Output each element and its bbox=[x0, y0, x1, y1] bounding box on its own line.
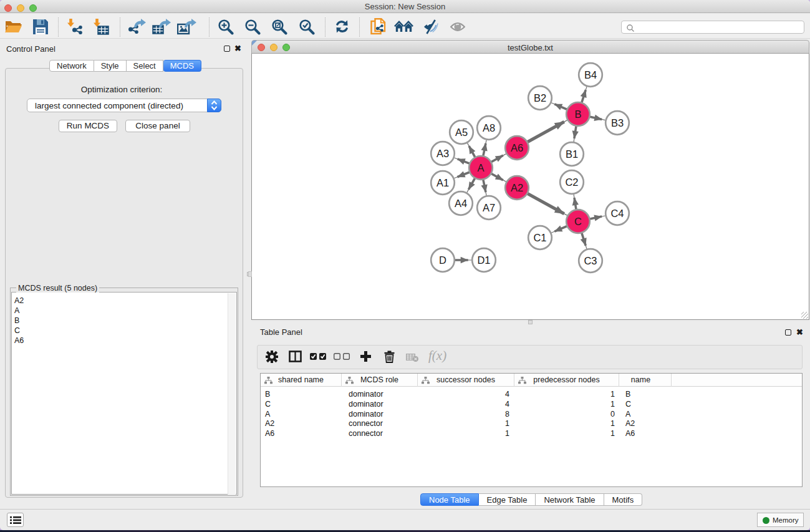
svg-text:A4: A4 bbox=[455, 198, 467, 209]
svg-text:A2: A2 bbox=[511, 182, 523, 193]
svg-text:C3: C3 bbox=[584, 255, 597, 266]
svg-text:A3: A3 bbox=[436, 148, 449, 159]
svg-text:C: C bbox=[574, 216, 582, 227]
svg-text:D: D bbox=[439, 254, 446, 266]
svg-text:A5: A5 bbox=[455, 127, 468, 138]
svg-text:C1: C1 bbox=[533, 232, 546, 243]
svg-text:D1: D1 bbox=[477, 254, 490, 266]
svg-text:A: A bbox=[477, 162, 484, 173]
svg-text:A6: A6 bbox=[511, 142, 523, 153]
svg-text:B: B bbox=[574, 109, 581, 120]
svg-text:A1: A1 bbox=[436, 177, 449, 188]
svg-text:B2: B2 bbox=[534, 92, 546, 104]
svg-text:B4: B4 bbox=[584, 69, 597, 80]
svg-text:C2: C2 bbox=[565, 177, 578, 188]
svg-text:A8: A8 bbox=[483, 122, 495, 133]
svg-text:A7: A7 bbox=[483, 202, 495, 213]
svg-text:B3: B3 bbox=[611, 117, 624, 128]
svg-text:C4: C4 bbox=[610, 208, 624, 219]
svg-text:B1: B1 bbox=[566, 148, 578, 160]
